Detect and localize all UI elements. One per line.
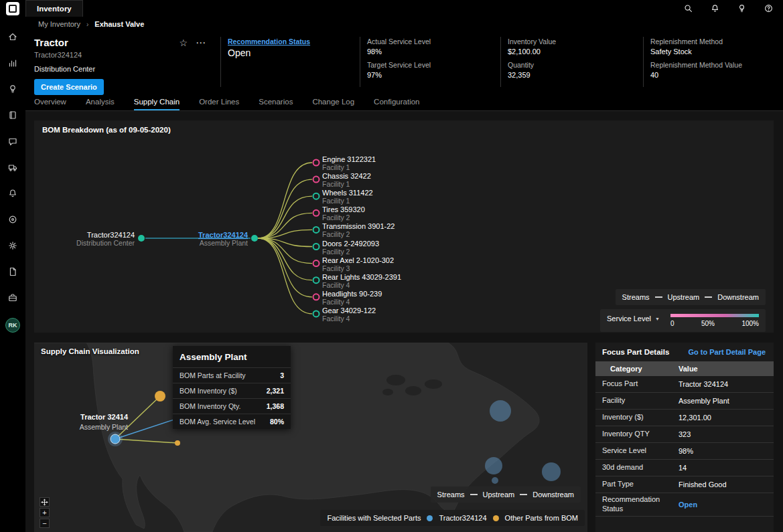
bom-part-node[interactable]	[313, 277, 319, 283]
bom-part-name: Rear Lights 43029-2391	[322, 273, 401, 281]
streams-label: Streams	[437, 491, 465, 499]
inventory-value-value: $2,100.00	[508, 48, 643, 56]
target-icon[interactable]	[7, 214, 18, 225]
map-facility-marker-other[interactable]	[175, 440, 180, 446]
upstream-label: Upstream	[668, 293, 700, 301]
bom-branch-line	[258, 179, 312, 238]
lightbulb-icon[interactable]	[737, 3, 747, 13]
bom-part-node[interactable]	[313, 294, 319, 300]
favorite-star-icon[interactable]: ☆	[179, 37, 188, 48]
lightbulb-icon[interactable]	[7, 84, 18, 94]
zoom-in-button[interactable]: +	[40, 508, 50, 517]
map-facility-marker-cluster[interactable]	[492, 477, 498, 484]
bom-part-node[interactable]	[313, 227, 319, 233]
map-streams-legend: Streams Upstream Downstream	[431, 486, 581, 503]
bom-branch-line	[258, 238, 312, 297]
focus-row-value: Finished Good	[679, 480, 774, 489]
topbar-icons	[683, 3, 783, 13]
more-options-icon[interactable]: ⋯	[196, 39, 206, 46]
replenishment-method-value-value: 40	[650, 71, 783, 79]
breadcrumb-current: Exhaust Valve	[94, 20, 144, 28]
inventory-value-label: Inventory Value	[508, 37, 643, 46]
facility-tooltip: Assembly Plant BOM Parts at Facility3BOM…	[173, 346, 291, 429]
focus-row-value[interactable]: Open	[679, 501, 774, 509]
focus-row-value: 14	[679, 464, 774, 472]
topbar: Inventory	[25, 0, 783, 17]
user-avatar[interactable]: RK	[5, 318, 20, 333]
scale-tick-max: 100%	[741, 320, 759, 327]
bom-hub-link-label[interactable]: Tractor324124	[198, 231, 248, 239]
book-icon[interactable]	[7, 110, 18, 120]
bom-part-node[interactable]	[313, 160, 319, 166]
chat-icon[interactable]	[7, 136, 18, 147]
search-icon[interactable]	[683, 3, 693, 13]
content: BOM Breakdown (as of 09-05-2020) Engine …	[25, 111, 783, 532]
tab-configuration[interactable]: Configuration	[374, 94, 419, 110]
document-icon[interactable]	[7, 266, 18, 277]
downstream-label: Downstream	[717, 293, 759, 301]
tab-order-lines[interactable]: Order Lines	[199, 94, 239, 110]
tab-change-log[interactable]: Change Log	[312, 94, 354, 110]
briefcase-icon[interactable]	[7, 292, 18, 303]
home-icon[interactable]	[7, 31, 18, 42]
quantity-value: 32,359	[508, 71, 643, 79]
bom-part-node[interactable]	[313, 193, 319, 199]
service-level-scale: 0 50% 100%	[670, 314, 759, 327]
bell-icon[interactable]	[710, 3, 720, 13]
recommendation-status-label[interactable]: Recommendation Status	[228, 37, 360, 46]
zoom-out-button[interactable]: −	[40, 519, 50, 528]
map-facility-marker-cluster[interactable]	[490, 400, 511, 422]
target-service-level-label: Target Service Level	[367, 61, 500, 69]
bom-branch-line	[258, 163, 312, 238]
bom-part-node[interactable]	[313, 260, 319, 266]
map-facility-marker-cluster[interactable]	[542, 462, 561, 481]
truck-icon[interactable]	[7, 162, 18, 173]
tooltip-row: BOM Inventory ($)2,321	[173, 383, 291, 398]
facilities-legend-item-1: Other Parts from BOM	[505, 514, 578, 522]
focus-row-value: Assembly Plant	[679, 397, 774, 405]
pan-button[interactable]	[40, 497, 50, 507]
selected-part-dot-icon	[427, 515, 433, 521]
bom-part-node[interactable]	[313, 210, 319, 216]
app-tab-inventory[interactable]: Inventory	[25, 0, 83, 17]
stat-recommendation-status: Recommendation Status Open	[220, 37, 360, 87]
bom-branch-line	[258, 238, 312, 314]
bom-root-node[interactable]	[138, 235, 145, 242]
bom-part-name: Wheels 311422	[322, 189, 373, 197]
focus-row-value: 98%	[679, 447, 774, 455]
bom-part-node[interactable]	[313, 311, 319, 317]
map-facility-marker-selected[interactable]	[111, 434, 120, 444]
focus-row-label: 30d demand	[595, 463, 679, 472]
bom-part-facility: Facility 3	[322, 264, 350, 272]
gear-icon[interactable]	[7, 240, 18, 251]
supply-chain-map[interactable]	[34, 343, 587, 532]
create-scenario-button[interactable]: Create Scenario	[34, 79, 104, 95]
upstream-label: Upstream	[483, 491, 515, 499]
go-to-part-detail-link[interactable]: Go to Part Detail Page	[688, 348, 766, 356]
map-facilities-legend: Facilities with Selected Parts Tractor32…	[320, 510, 585, 526]
part-summary: Tractor ☆ ⋯ Tractor324124 Distribution C…	[34, 37, 220, 87]
bar-chart-icon[interactable]	[7, 58, 18, 68]
chevron-down-icon: ▼	[655, 317, 660, 321]
stat-inventory: Inventory Value $2,100.00 Quantity 32,35…	[500, 37, 643, 87]
bom-part-name: Transmission 3901-22	[322, 222, 395, 230]
service-level-dropdown[interactable]: Service Level ▼	[607, 315, 660, 323]
tab-analysis[interactable]: Analysis	[86, 94, 115, 110]
bell-icon[interactable]	[7, 188, 18, 199]
breadcrumb-parent[interactable]: My Inventory	[38, 20, 80, 28]
map-facility-marker-cluster[interactable]	[485, 457, 502, 474]
focus-row-value: 323	[679, 430, 774, 438]
bom-part-node[interactable]	[313, 177, 319, 183]
tab-scenarios[interactable]: Scenarios	[259, 94, 293, 110]
bom-branch-line	[258, 238, 312, 280]
help-icon[interactable]	[764, 3, 774, 13]
tab-supply-chain[interactable]: Supply Chain	[134, 94, 180, 110]
tooltip-row: BOM Avg. Service Level80%	[173, 414, 291, 429]
tab-overview[interactable]: Overview	[34, 94, 66, 110]
bom-part-name: Engine 3122321	[322, 155, 376, 163]
app-logo-icon[interactable]	[6, 2, 19, 15]
bom-part-node[interactable]	[313, 244, 319, 250]
map-facility-marker-other[interactable]	[155, 391, 165, 402]
bom-hub-node[interactable]	[251, 235, 258, 242]
other-parts-dot-icon	[493, 515, 499, 521]
